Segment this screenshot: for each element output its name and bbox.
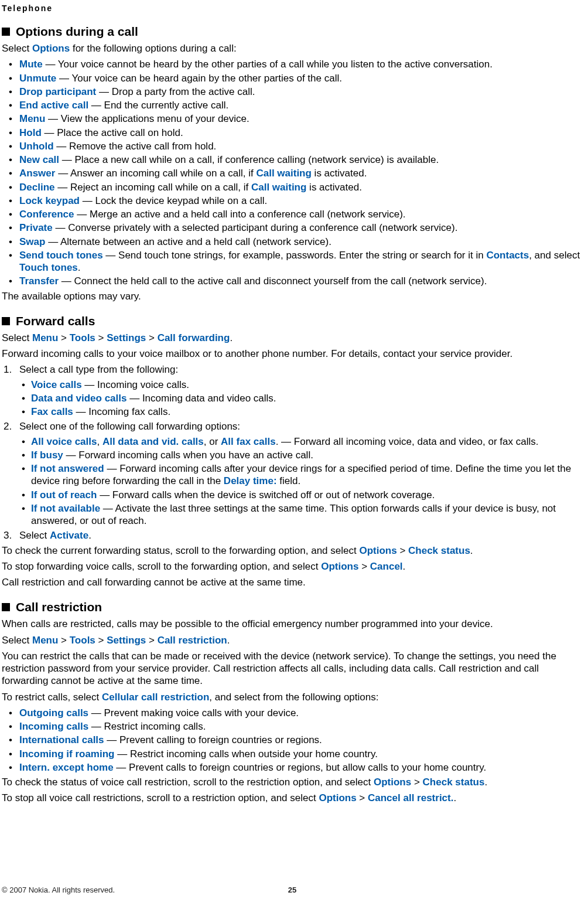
- section-3-title: Call restriction: [16, 600, 102, 614]
- step-1-sublist: Voice calls — Incoming voice calls.Data …: [19, 379, 584, 418]
- text: Select: [19, 530, 50, 541]
- check-status-key: Check status: [423, 777, 485, 788]
- cellular-restriction-key: Cellular call restriction: [102, 692, 209, 703]
- list-item: End active call — End the currently acti…: [2, 99, 584, 111]
- text: , or: [204, 436, 221, 447]
- nav-path-key: Menu: [32, 332, 58, 343]
- text: — Your voice cannot be heard by the othe…: [43, 59, 493, 70]
- page-footer: © 2007 Nokia. All rights reserved. 25: [2, 886, 583, 894]
- section-3-desc: You can restrict the calls that can be m…: [2, 650, 584, 687]
- text: .: [88, 530, 91, 541]
- text: — Converse privately with a selected par…: [53, 222, 458, 233]
- step-1: Select a call type from the following: V…: [2, 363, 584, 418]
- option-key: All voice calls: [31, 436, 97, 447]
- nav-path-key: Call forwarding: [158, 332, 230, 343]
- option-key: Call waiting: [256, 168, 311, 179]
- text: >: [95, 332, 107, 343]
- nav-path-key: Menu: [32, 635, 58, 646]
- list-item: International calls — Prevent calling to…: [2, 734, 584, 746]
- text: .: [484, 777, 487, 788]
- cancel-all-restrict-key: Cancel all restrict.: [368, 792, 453, 803]
- option-key: If not available: [31, 503, 100, 514]
- text: Select a call type from the following:: [19, 364, 178, 375]
- section-3-status-line: To check the status of voice call restri…: [2, 776, 584, 788]
- text: — Forward incoming calls when you have a…: [63, 450, 313, 461]
- text: — Send touch tone strings, for example, …: [103, 250, 487, 261]
- section-3-cancel-line: To stop all voice call restrictions, scr…: [2, 792, 584, 804]
- option-key: Send touch tones: [19, 250, 103, 261]
- option-key: Delay time:: [224, 475, 277, 486]
- list-item: Hold — Place the active call on hold.: [2, 127, 584, 139]
- text: — Activate the last three settings at th…: [31, 503, 556, 526]
- section-1-title: Options during a call: [16, 25, 138, 39]
- section-2-path: Select Menu > Tools > Settings > Call fo…: [2, 332, 584, 344]
- text: — Forward calls when the device is switc…: [97, 489, 435, 500]
- text: — Restrict incoming calls.: [88, 721, 206, 732]
- list-item: If not available — Activate the last thr…: [19, 502, 584, 527]
- section-2-tail: Call restriction and call forwarding can…: [2, 576, 584, 588]
- step-2: Select one of the following call forward…: [2, 420, 584, 527]
- text: To stop all voice call restrictions, scr…: [2, 792, 319, 803]
- section-3-list: Outgoing calls — Prevent making voice ca…: [2, 707, 584, 774]
- option-key: Outgoing calls: [19, 707, 88, 718]
- option-key: Fax calls: [31, 406, 73, 417]
- activate-key: Activate: [50, 530, 88, 541]
- list-item: Menu — View the applications menu of you…: [2, 113, 584, 125]
- options-key: Options: [32, 43, 70, 54]
- list-item: Unhold — Remove the active call from hol…: [2, 140, 584, 152]
- section-2-status-line: To check the current forwarding status, …: [2, 544, 584, 557]
- option-key: Transfer: [19, 275, 59, 287]
- text: To restrict calls, select: [2, 692, 102, 703]
- option-key: If out of reach: [31, 489, 97, 500]
- option-key: End active call: [19, 100, 88, 111]
- text: >: [95, 635, 107, 646]
- section-1-outro: The available options may vary.: [2, 290, 584, 302]
- text: field.: [277, 475, 301, 486]
- list-item: Voice calls — Incoming voice calls.: [19, 379, 584, 391]
- section-2-steps: Select a call type from the following: V…: [2, 363, 584, 542]
- text: >: [146, 332, 157, 343]
- text: .: [78, 262, 81, 273]
- text: .: [470, 545, 473, 556]
- list-item: Answer — Answer an incoming call while o…: [2, 167, 584, 179]
- section-1-intro: Select Options for the following options…: [2, 42, 584, 55]
- nav-path-key: Settings: [107, 332, 146, 343]
- page-number: 25: [288, 886, 296, 894]
- option-key: Unmute: [19, 73, 56, 84]
- text: To check the current forwarding status, …: [2, 545, 359, 556]
- option-key: Voice calls: [31, 379, 82, 390]
- check-status-key: Check status: [408, 545, 470, 556]
- option-key: Mute: [19, 59, 43, 70]
- list-item: Lock keypad — Lock the device keypad whi…: [2, 195, 584, 207]
- text: is activated.: [312, 168, 367, 179]
- square-bullet-icon: [2, 317, 10, 325]
- text: — View the applications menu of your dev…: [45, 113, 249, 124]
- text: .: [230, 332, 233, 343]
- section-2-intro: Forward incoming calls to your voice mai…: [2, 348, 584, 360]
- text: — Prevent making voice calls with your d…: [88, 707, 299, 718]
- text: . — Forward all incoming voice, data and…: [276, 436, 539, 447]
- section-3-intro: When calls are restricted, calls may be …: [2, 618, 584, 630]
- square-bullet-icon: [2, 603, 10, 611]
- text: — Merge an active and a held call into a…: [74, 209, 406, 220]
- text: To check the status of voice call restri…: [2, 777, 374, 788]
- list-item: If out of reach — Forward calls when the…: [19, 489, 584, 501]
- cancel-key: Cancel: [370, 561, 403, 572]
- text: Select: [2, 332, 32, 343]
- nav-path-key: Tools: [70, 332, 95, 343]
- option-key: Touch tones: [19, 262, 78, 273]
- option-key: All fax calls: [221, 436, 276, 447]
- option-key: Contacts: [486, 250, 529, 261]
- copyright: © 2007 Nokia. All rights reserved.: [2, 886, 115, 894]
- option-key: Intern. except home: [19, 762, 114, 773]
- list-item: Decline — Reject an incoming call while …: [2, 181, 584, 193]
- list-item: Fax calls — Incoming fax calls.: [19, 406, 584, 418]
- square-bullet-icon: [2, 28, 10, 36]
- step-2-sublist: All voice calls, All data and vid. calls…: [19, 435, 584, 527]
- list-item: Drop participant — Drop a party from the…: [2, 86, 584, 98]
- option-key: International calls: [19, 734, 104, 745]
- list-item: Mute — Your voice cannot be heard by the…: [2, 58, 584, 70]
- option-key: Lock keypad: [19, 195, 80, 206]
- text: Select one of the following call forward…: [19, 421, 240, 432]
- option-key: Drop participant: [19, 86, 96, 97]
